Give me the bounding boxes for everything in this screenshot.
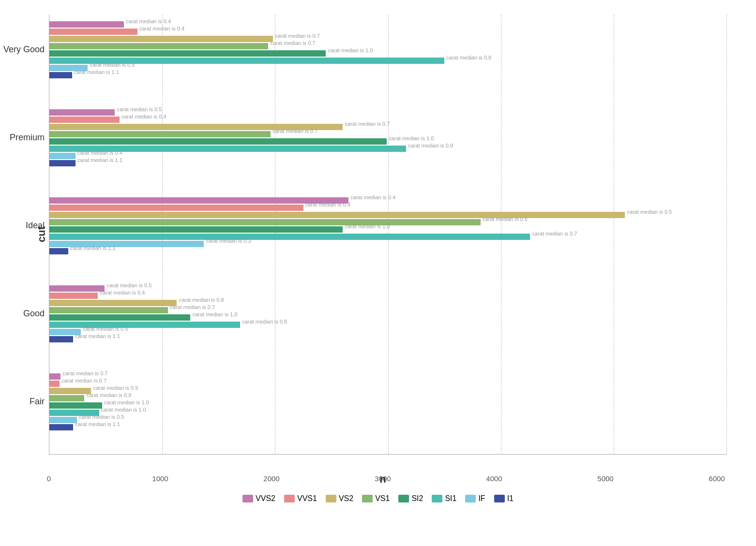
x-tick-label: 2000: [263, 474, 279, 483]
bar-label: carat median is 0.7: [275, 33, 320, 39]
x-tick-label: 4000: [486, 474, 502, 483]
group-label: Very Good: [0, 44, 45, 55]
bar-label: carat median is 0.5: [83, 326, 128, 332]
bar: [49, 29, 137, 35]
bar-label: carat median is 0.7: [61, 378, 106, 384]
bar-row: carat median is 0.3: [49, 241, 726, 247]
bar: [49, 402, 102, 409]
bar-label: carat median is 0.8: [446, 55, 491, 60]
bar: [49, 72, 72, 78]
x-tick-label: 0: [47, 474, 51, 483]
legend-label: VS2: [339, 494, 353, 503]
legend-swatch: [326, 495, 336, 502]
bar-row: carat median is 0.7: [49, 307, 726, 313]
bar-label: carat median is 0.5: [483, 216, 528, 222]
plot-area: Very Goodcarat median is 0.4carat median…: [49, 15, 726, 455]
legend-item: SI1: [432, 494, 456, 503]
bar-row: carat median is 0.5: [49, 212, 726, 218]
bar: [49, 212, 625, 218]
bar: [49, 21, 124, 28]
bar-row: carat median is 0.7: [49, 36, 726, 42]
legend-label: VS1: [375, 494, 390, 503]
x-tick-label: 3000: [375, 474, 391, 483]
chart-area: cut Very Goodcarat median is 0.4carat me…: [30, 15, 726, 455]
bar-row: carat median is 0.9: [49, 146, 726, 152]
legend-label: IF: [478, 494, 485, 503]
legend-item: IF: [465, 494, 485, 503]
bar-row: carat median is 1.0: [49, 410, 726, 416]
bar: [49, 234, 530, 240]
bar: [49, 395, 84, 401]
bar-row: carat median is 1.1: [49, 72, 726, 78]
bar-label: carat median is 1.1: [77, 157, 122, 163]
legend-item: VVS1: [284, 494, 317, 503]
bar-label: carat median is 0.5: [117, 106, 162, 112]
bar-label: carat median is 1.0: [345, 223, 390, 229]
x-tick-label: 6000: [709, 474, 725, 483]
y-axis-label: cut: [30, 15, 49, 455]
bar-row: carat median is 1.1: [49, 160, 726, 166]
bar: [49, 205, 303, 211]
bar-label: carat median is 0.7: [271, 40, 316, 46]
bar-row: carat median is 0.4: [49, 293, 726, 299]
bar-row: carat median is 1.1: [49, 424, 726, 430]
bar-row: carat median is 1.0: [49, 138, 726, 145]
bar-row: carat median is 1.1: [49, 248, 726, 254]
bar-row: carat median is 0.8: [49, 322, 726, 328]
bar: [49, 160, 76, 166]
bar: [49, 109, 115, 116]
legend-item: VVS2: [242, 494, 275, 503]
bar-label: carat median is 0.5: [79, 414, 124, 420]
group-label: Fair: [0, 397, 45, 407]
bar-label: carat median is 1.1: [74, 69, 119, 75]
bar-label: carat median is 0.7: [63, 370, 108, 376]
bar-row: carat median is 0.8: [49, 58, 726, 64]
legend-swatch: [242, 495, 253, 502]
grid-line: [726, 15, 727, 454]
bar-row: carat median is 1.0: [49, 314, 726, 321]
bar: [49, 388, 91, 394]
legend-swatch: [284, 495, 295, 502]
bar: [49, 138, 387, 145]
bar: [49, 417, 77, 423]
bar: [49, 314, 190, 321]
bar-row: carat median is 1.1: [49, 336, 726, 342]
bar-label: carat median is 0.4: [139, 26, 184, 31]
bar-row: carat median is 0.5: [49, 65, 726, 71]
group-label: Good: [0, 309, 45, 319]
bar: [49, 336, 73, 342]
x-tick-label: 1000: [152, 474, 168, 483]
bar-label: carat median is 0.5: [90, 62, 135, 68]
bar-row: carat median is 0.7: [49, 381, 726, 387]
bar: [49, 226, 343, 233]
legend: VVS2VVS1VS2VS1SI2SI1IFI1: [242, 494, 514, 503]
bar: [49, 219, 481, 225]
bar-label: carat median is 1.1: [70, 245, 115, 251]
legend-label: SI1: [445, 494, 456, 503]
x-tick-label: 5000: [597, 474, 613, 483]
bar-label: carat median is 1.0: [328, 47, 373, 53]
bar: [49, 293, 98, 299]
bar-label: carat median is 0.5: [627, 209, 672, 215]
bar: [49, 373, 60, 380]
bar-label: carat median is 1.1: [75, 421, 120, 427]
bar-row: carat median is 0.5: [49, 329, 726, 335]
bar-label: carat median is 0.8: [86, 392, 131, 398]
bar-label: carat median is 0.7: [170, 304, 215, 310]
bar: [49, 248, 68, 254]
legend-item: I1: [494, 494, 514, 503]
legend-label: VVS2: [256, 494, 275, 503]
bar-label: carat median is 0.4: [77, 150, 122, 156]
bar-label: carat median is 0.4: [126, 18, 171, 24]
bar: [49, 300, 177, 306]
bar-label: carat median is 0.8: [242, 319, 287, 325]
legend-swatch: [494, 495, 505, 502]
bar-label: carat median is 1.1: [75, 333, 120, 339]
legend-swatch: [398, 495, 409, 502]
group-label: Premium: [0, 133, 45, 143]
bar-row: carat median is 0.4: [49, 197, 726, 204]
bar-label: carat median is 0.9: [93, 385, 138, 391]
legend-item: VS1: [362, 494, 390, 503]
legend-label: SI2: [411, 494, 423, 503]
bar-row: carat median is 0.4: [49, 153, 726, 159]
